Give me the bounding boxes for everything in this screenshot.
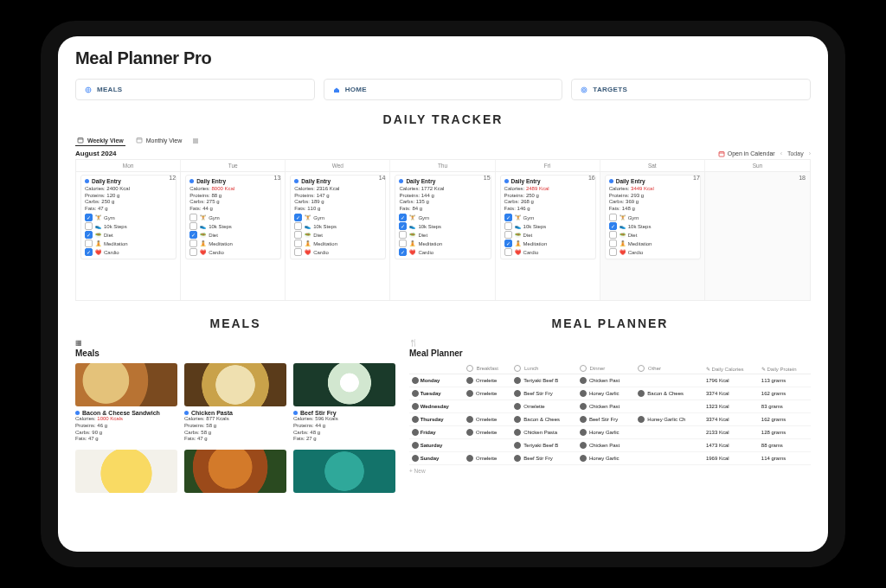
checkbox-icon[interactable] bbox=[85, 222, 93, 230]
checkbox-icon[interactable]: ✓ bbox=[85, 231, 93, 239]
meal-pill[interactable]: Chicken Past bbox=[580, 377, 620, 384]
planner-breakfast[interactable]: Omelette bbox=[464, 413, 511, 426]
calendar-cell[interactable]: 13 Daily Entry Calories: 8000 Kcal Prote… bbox=[181, 172, 286, 300]
open-in-calendar-button[interactable]: Open in Calendar bbox=[718, 150, 775, 157]
daily-entry-card[interactable]: Daily Entry Calories: 8000 Kcal Proteins… bbox=[185, 175, 281, 259]
planner-column-header[interactable]: ✎ Daily Protein bbox=[759, 363, 811, 374]
planner-other[interactable]: Honey Garlic Ch bbox=[635, 413, 703, 426]
meal-pill[interactable]: Omelette bbox=[514, 403, 544, 410]
checkbox-icon[interactable] bbox=[189, 248, 197, 256]
planner-other[interactable] bbox=[635, 439, 703, 452]
meal-card[interactable]: Bacon & Cheese Sandwich Calories: 1000 K… bbox=[75, 363, 177, 443]
planner-lunch[interactable]: Chicken Pasta bbox=[511, 426, 577, 439]
daily-entry-card[interactable]: Daily Entry Calories: 2316 Kcal Proteins… bbox=[290, 175, 386, 259]
planner-dinner[interactable]: Chicken Past bbox=[577, 439, 635, 452]
planner-other[interactable] bbox=[635, 426, 703, 439]
meal-pill[interactable]: Chicken Pasta bbox=[514, 429, 557, 436]
planner-other[interactable]: Bacon & Chees bbox=[635, 387, 703, 400]
task-meditation[interactable]: 🧘Meditation bbox=[85, 240, 172, 247]
more-options-icon[interactable] bbox=[192, 137, 199, 144]
meal-pill[interactable]: Omelette bbox=[466, 455, 497, 462]
calendar-cell[interactable]: 15 Daily Entry Calories: 1772 Kcal Prote… bbox=[390, 172, 495, 300]
task-steps[interactable]: 👟10k Steps bbox=[504, 222, 592, 230]
calendar-cell[interactable]: 16 Daily Entry Calories: 2489 Kcal Prote… bbox=[496, 172, 600, 300]
task-gym[interactable]: ✓🏋️Gym bbox=[399, 214, 486, 221]
planner-column-header[interactable]: Breakfast bbox=[464, 363, 511, 374]
task-gym[interactable]: 🏋️Gym bbox=[189, 214, 277, 221]
checkbox-icon[interactable]: ✓ bbox=[399, 214, 407, 221]
checkbox-icon[interactable] bbox=[294, 222, 302, 230]
planner-column-header[interactable]: Dinner bbox=[577, 363, 635, 374]
planner-row[interactable]: Wednesday Omelette Chicken Past 1323 Kca… bbox=[409, 400, 811, 413]
task-steps[interactable]: 👟10k Steps bbox=[189, 222, 277, 230]
planner-breakfast[interactable] bbox=[464, 439, 511, 452]
checkbox-icon[interactable] bbox=[399, 231, 407, 239]
checkbox-icon[interactable] bbox=[294, 240, 302, 247]
task-cardio[interactable]: ❤️Cardio bbox=[609, 248, 697, 256]
planner-other[interactable] bbox=[635, 400, 703, 413]
planner-dinner[interactable]: Chicken Past bbox=[577, 374, 635, 387]
planner-dinner[interactable]: Honey Garlic bbox=[577, 452, 635, 465]
meal-pill[interactable]: Omelette bbox=[466, 429, 497, 436]
planner-dinner[interactable]: Honey Garlic bbox=[577, 426, 635, 439]
planner-column-header[interactable]: Other bbox=[635, 363, 703, 374]
task-steps[interactable]: 👟10k Steps bbox=[294, 222, 382, 230]
planner-row[interactable]: Thursday Omelette Bacon & Chees Beef Sti… bbox=[409, 413, 811, 426]
checkbox-icon[interactable] bbox=[294, 231, 302, 239]
daily-entry-card[interactable]: Daily Entry Calories: 1772 Kcal Proteins… bbox=[395, 175, 491, 259]
meal-pill[interactable]: Honey Garlic Ch bbox=[638, 416, 685, 423]
checkbox-icon[interactable] bbox=[294, 248, 302, 256]
checkbox-icon[interactable]: ✓ bbox=[609, 222, 617, 230]
daily-entry-card[interactable]: Daily Entry Calories: 2489 Kcal Proteins… bbox=[500, 175, 596, 259]
checkbox-icon[interactable]: ✓ bbox=[399, 222, 407, 230]
planner-row[interactable]: Friday Omelette Chicken Pasta Honey Garl… bbox=[409, 426, 811, 439]
calendar-cell[interactable]: 18 bbox=[705, 172, 810, 300]
meal-pill[interactable]: Honey Garlic bbox=[580, 455, 620, 462]
task-diet[interactable]: 🥗Diet bbox=[294, 231, 382, 239]
calendar-cell[interactable]: 14 Daily Entry Calories: 2316 Kcal Prote… bbox=[286, 172, 390, 300]
meal-card[interactable] bbox=[75, 450, 177, 493]
checkbox-icon[interactable] bbox=[189, 214, 197, 221]
tab-monthly-view[interactable]: Monthly View bbox=[134, 135, 184, 146]
task-cardio[interactable]: ✓❤️Cardio bbox=[399, 248, 486, 256]
meal-pill[interactable]: Teriyaki Beef B bbox=[514, 442, 558, 449]
planner-column-header[interactable]: ✎ Daily Calories bbox=[703, 363, 759, 374]
meal-pill[interactable]: Beef Stir Fry bbox=[514, 390, 552, 397]
task-diet[interactable]: 🥗Diet bbox=[504, 231, 592, 239]
planner-other[interactable] bbox=[635, 374, 703, 387]
meal-card[interactable] bbox=[184, 450, 286, 493]
fork-knife-icon[interactable]: 🍴 bbox=[409, 339, 811, 347]
task-diet[interactable]: ✓🥗Diet bbox=[85, 231, 172, 239]
task-diet[interactable]: 🥗Diet bbox=[399, 231, 486, 239]
nav-meals[interactable]: MEALS bbox=[75, 79, 315, 100]
meal-card[interactable]: Chicken Pasta Calories: 877 Kcals Protei… bbox=[184, 363, 286, 443]
checkbox-icon[interactable] bbox=[504, 248, 512, 256]
task-cardio[interactable]: ✓❤️Cardio bbox=[85, 248, 172, 256]
planner-lunch[interactable]: Bacon & Chees bbox=[511, 413, 577, 426]
calendar-cell[interactable]: 17 Daily Entry Calories: 3449 Kcal Prote… bbox=[600, 172, 705, 300]
checkbox-icon[interactable]: ✓ bbox=[399, 248, 407, 256]
meal-pill[interactable]: Honey Garlic bbox=[580, 390, 620, 397]
meal-pill[interactable]: Chicken Past bbox=[580, 403, 620, 410]
task-meditation[interactable]: 🧘Meditation bbox=[294, 240, 382, 247]
planner-column-header[interactable] bbox=[409, 363, 464, 374]
new-row-button[interactable]: + New bbox=[409, 465, 811, 474]
checkbox-icon[interactable] bbox=[189, 240, 197, 247]
meal-pill[interactable]: Bacon & Chees bbox=[638, 390, 684, 397]
task-steps[interactable]: 👟10k Steps bbox=[85, 222, 172, 230]
checkbox-icon[interactable] bbox=[609, 240, 617, 247]
task-cardio[interactable]: ❤️Cardio bbox=[189, 248, 277, 256]
planner-breakfast[interactable] bbox=[464, 400, 511, 413]
planner-lunch[interactable]: Beef Stir Fry bbox=[511, 452, 577, 465]
checkbox-icon[interactable]: ✓ bbox=[85, 248, 93, 256]
planner-dinner[interactable]: Beef Stir Fry bbox=[577, 413, 635, 426]
planner-breakfast[interactable]: Omelette bbox=[464, 426, 511, 439]
task-meditation[interactable]: ✓🧘Meditation bbox=[504, 240, 592, 247]
checkbox-icon[interactable] bbox=[189, 222, 197, 230]
meal-pill[interactable]: Bacon & Chees bbox=[514, 416, 560, 423]
meal-pill[interactable]: Teriyaki Beef B bbox=[514, 377, 558, 384]
planner-breakfast[interactable]: Omelette bbox=[464, 387, 511, 400]
task-gym[interactable]: ✓🏋️Gym bbox=[504, 214, 592, 221]
planner-breakfast[interactable]: Omelette bbox=[464, 374, 511, 387]
meal-card[interactable]: Beef Stir Fry Calories: 596 Kcals Protei… bbox=[293, 363, 395, 443]
